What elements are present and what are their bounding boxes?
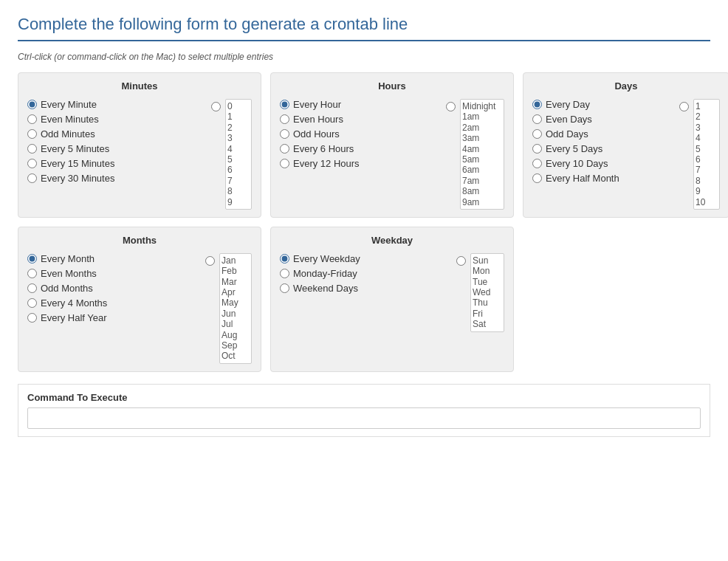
days-option-5[interactable]: Every Half Month [532,173,673,184]
minutes-select[interactable]: 0 1 2 3 4 5 6 7 8 9 [225,99,252,210]
days-select[interactable]: 1 2 3 4 5 6 7 8 9 10 [693,99,720,210]
days-panel: Days Every Day Even Days Odd Days Every … [523,72,728,218]
weekday-select-col: Sun Mon Tue Wed Thu Fri Sat [456,253,504,332]
hours-option-2[interactable]: Odd Hours [280,128,440,140]
minutes-option-1[interactable]: Even Minutes [27,114,205,125]
days-select-col: 1 2 3 4 5 6 7 8 9 10 [679,99,720,210]
days-option-1[interactable]: Even Days [532,114,673,125]
weekday-radio-list: Every Weekday Monday-Friday Weekend Days [280,253,450,294]
weekday-select-radio[interactable] [456,256,466,266]
months-option-2[interactable]: Odd Months [27,283,199,294]
weekday-option-2[interactable]: Weekend Days [280,283,450,294]
hours-select[interactable]: Midnight 1am 2am 3am 4am 5am 6am 7am 8am… [460,99,504,210]
months-select-col: Jan Feb Mar Apr May Jun Jul Aug Sep Oct [205,253,252,364]
command-label: Command To Execute [27,392,701,403]
hours-title: Hours [280,80,504,92]
days-radio-list: Every Day Even Days Odd Days Every 5 Day… [532,99,673,184]
days-select-radio[interactable] [679,102,689,111]
minutes-option-5[interactable]: Every 30 Minutes [27,173,205,184]
weekday-option-1[interactable]: Monday-Friday [280,268,450,279]
hours-radio-list: Every Hour Even Hours Odd Hours Every 6 … [280,99,440,169]
hours-option-0[interactable]: Every Hour [280,99,440,110]
command-input[interactable] [27,407,701,429]
hours-inner: Every Hour Even Hours Odd Hours Every 6 … [280,99,504,210]
hours-panel: Hours Every Hour Even Hours Odd Hours Ev… [270,72,514,218]
hint-text: Ctrl-click (or command-click on the Mac)… [18,52,710,62]
weekday-inner: Every Weekday Monday-Friday Weekend Days… [280,253,504,332]
months-inner: Every Month Even Months Odd Months Every… [27,253,252,364]
minutes-option-2[interactable]: Odd Minutes [27,128,205,140]
minutes-select-radio[interactable] [211,102,221,111]
minutes-panel: Minutes Every Minute Even Minutes Odd Mi… [18,72,261,218]
hours-option-3[interactable]: Every 6 Hours [280,143,440,154]
months-option-1[interactable]: Even Months [27,268,199,279]
minutes-inner: Every Minute Even Minutes Odd Minutes Ev… [27,99,252,210]
days-option-0[interactable]: Every Day [532,99,673,110]
months-radio-list: Every Month Even Months Odd Months Every… [27,253,199,323]
command-section: Command To Execute [18,384,710,437]
weekday-option-0[interactable]: Every Weekday [280,253,450,264]
months-select-radio[interactable] [205,256,215,266]
months-title: Months [27,235,252,246]
weekday-select[interactable]: Sun Mon Tue Wed Thu Fri Sat [470,253,504,332]
minutes-select-col: 0 1 2 3 4 5 6 7 8 9 [211,99,252,210]
top-grid: Minutes Every Minute Even Minutes Odd Mi… [18,72,710,218]
months-select[interactable]: Jan Feb Mar Apr May Jun Jul Aug Sep Oct [219,253,252,364]
minutes-option-4[interactable]: Every 15 Minutes [27,158,205,169]
days-title: Days [532,80,720,92]
months-option-0[interactable]: Every Month [27,253,199,264]
months-panel: Months Every Month Even Months Odd Month… [18,227,261,372]
months-option-4[interactable]: Every Half Year [27,312,199,323]
minutes-option-3[interactable]: Every 5 Minutes [27,143,205,154]
minutes-title: Minutes [27,80,252,92]
days-inner: Every Day Even Days Odd Days Every 5 Day… [532,99,720,210]
days-option-2[interactable]: Odd Days [532,128,673,140]
minutes-option-0[interactable]: Every Minute [27,99,205,110]
months-option-3[interactable]: Every 4 Months [27,297,199,309]
hours-option-4[interactable]: Every 12 Hours [280,158,440,169]
hours-select-col: Midnight 1am 2am 3am 4am 5am 6am 7am 8am… [446,99,504,210]
weekday-panel: Weekday Every Weekday Monday-Friday Week… [270,227,514,372]
days-option-3[interactable]: Every 5 Days [532,143,673,154]
days-option-4[interactable]: Every 10 Days [532,158,673,169]
minutes-radio-list: Every Minute Even Minutes Odd Minutes Ev… [27,99,205,184]
bottom-grid: Months Every Month Even Months Odd Month… [18,227,710,372]
hours-option-1[interactable]: Even Hours [280,114,440,125]
hours-select-radio[interactable] [446,102,456,111]
page-title: Complete the following form to generate … [18,15,710,41]
weekday-title: Weekday [280,235,504,246]
